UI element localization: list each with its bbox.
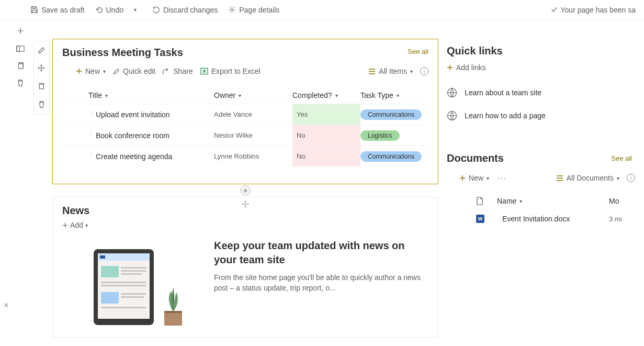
cell-owner: Nestor Wilke [214,131,292,139]
svg-point-0 [231,8,233,10]
cell-completed: Yes [292,104,360,125]
chevron-down-icon: ▾ [239,93,241,98]
globe-icon [447,87,457,98]
right-column: Quick links Add links Learn about a team… [447,45,635,223]
info-icon[interactable]: i [420,67,428,75]
table-row[interactable]: ⋮Upload event invitation Adele Vance Yes… [62,104,428,125]
col-owner-label: Owner [214,91,235,99]
plus-icon [76,68,82,74]
quicklinks-title: Quick links [447,45,635,57]
edit-icon[interactable] [38,47,45,54]
undo-button[interactable]: Undo [91,4,128,16]
file-type-column-icon[interactable] [476,197,497,205]
tasks-see-all[interactable]: See all [408,48,428,55]
copy-icon[interactable] [17,62,25,70]
move-handle-icon[interactable] [242,200,249,208]
delete-icon[interactable] [17,79,24,87]
document-name-text: Event Invitation.docx [502,215,570,223]
status-text: Your page has been sa [561,6,636,14]
word-file-icon: W [476,215,484,223]
save-label: Save as draft [41,6,85,14]
svg-rect-10 [101,266,119,277]
news-webpart: News Add ▾ [52,197,438,338]
svg-rect-1 [17,46,24,52]
documents-see-all[interactable]: See all [611,154,632,162]
canvas-rail [16,26,25,87]
more-icon[interactable]: ··· [498,174,507,182]
add-webpart-button[interactable]: + [240,185,251,196]
col-tasktype[interactable]: Task Type▾ [360,87,444,104]
chevron-down-icon: ▾ [487,175,489,181]
table-row[interactable]: ⋮Book conference room Nestor Wilke No Lo… [62,125,428,146]
svg-rect-2 [17,46,19,52]
document-row[interactable]: W ⋮Event Invitation.docx 3 mi [447,215,635,223]
svg-rect-13 [121,273,142,275]
add-section-button[interactable] [16,26,25,36]
news-add-button[interactable]: Add ▾ [62,221,428,229]
export-button[interactable]: Export to Excel [200,67,261,75]
chevron-down-icon: ▾ [617,175,619,181]
close-button[interactable]: ✕ [3,301,9,309]
section-icon[interactable] [16,45,25,52]
svg-rect-18 [121,296,144,298]
chevron-down-icon: ▾ [410,69,413,74]
news-heading: Keep your team updated with news on your… [214,239,428,267]
list-icon [368,69,376,74]
documents-toolbar: New ▾ ··· All Documents ▾ i [447,174,635,182]
tasks-table: Title▾ Owner▾ Completed?▾ Task Type▾ ⋮Up… [62,87,428,166]
main-column: Business Meeting Tasks See all New ▾ Qui… [52,39,438,338]
discard-button[interactable]: Discard changes [148,4,222,16]
doc-view-selector[interactable]: All Documents ▾ [556,174,619,182]
col-name[interactable]: Name▾ [497,197,609,205]
svg-rect-12 [121,270,146,272]
cell-title: Upload event invitation [96,110,170,119]
share-button[interactable]: Share [163,67,193,75]
add-links-button[interactable]: Add links [447,63,635,72]
col-completed[interactable]: Completed?▾ [292,87,360,104]
trash-icon[interactable] [38,101,45,108]
svg-rect-19 [101,307,146,308]
undo-dropdown[interactable]: ▾ [130,5,141,15]
page-details-button[interactable]: Page details [224,4,284,16]
col-tasktype-label: Task Type [360,91,393,99]
doc-new-label: New [469,174,483,182]
new-button[interactable]: New ▾ [76,67,106,75]
table-row[interactable]: ⋮Create meeting agenda Lynne Robbins No … [62,146,428,166]
item-indicator-icon: ⋮ [497,217,502,222]
doc-new-button[interactable]: New ▾ [459,174,489,182]
details-label: Page details [239,6,279,14]
check-icon [551,6,558,13]
discard-label: Discard changes [163,6,218,14]
news-description: From the site home page you'll be able t… [214,272,428,294]
duplicate-icon[interactable] [38,82,45,90]
chevron-down-icon: ▾ [519,198,522,204]
view-selector[interactable]: All Items ▾ [368,67,413,75]
tasks-webpart: Business Meeting Tasks See all New ▾ Qui… [52,39,438,184]
table-header: Title▾ Owner▾ Completed?▾ Task Type▾ [62,87,428,104]
quick-edit-button[interactable]: Quick edit [113,67,155,75]
svg-rect-9 [100,255,105,259]
globe-icon [447,110,457,121]
info-icon[interactable]: i [627,174,635,182]
quicklink-item[interactable]: Learn about a team site [447,87,635,98]
quick-edit-label: Quick edit [123,67,155,75]
col-owner[interactable]: Owner▾ [214,87,292,104]
share-label: Share [173,67,193,75]
discard-icon [152,6,160,14]
quicklinks-webpart: Quick links Add links Learn about a team… [447,45,635,121]
tasktype-pill: Communications [360,151,422,162]
col-title-label: Title [88,91,102,99]
gear-icon [228,6,236,14]
webpart-insert-row: + [52,184,438,197]
col-modified[interactable]: Mo [609,197,635,205]
document-name: ⋮Event Invitation.docx [497,215,609,223]
chevron-down-icon: ▾ [103,69,106,74]
save-as-draft-button[interactable]: Save as draft [26,4,89,16]
documents-title: Documents [447,152,635,164]
col-title[interactable]: Title▾ [88,87,214,104]
move-icon[interactable] [38,64,45,72]
quicklink-item[interactable]: Learn how to add a page [447,110,635,121]
save-icon [30,6,38,14]
svg-rect-16 [101,292,119,304]
pencil-icon [113,68,120,75]
